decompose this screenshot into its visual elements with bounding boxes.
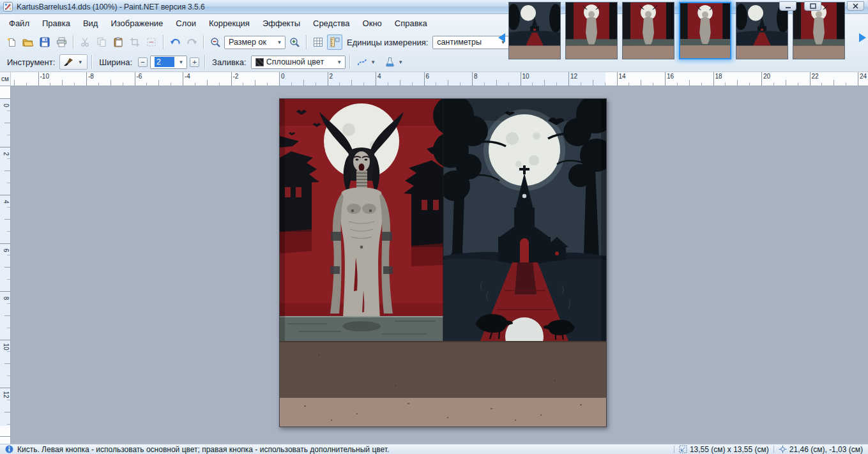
undo-button[interactable] [167, 34, 183, 50]
ruler-tick-label: 14 [619, 73, 626, 80]
thumbnail-artwork [680, 3, 730, 58]
brush-icon [63, 57, 74, 67]
ruler-tick [146, 82, 147, 86]
maximize-button[interactable] [804, 1, 821, 11]
ruler-tick [38, 72, 39, 86]
print-button[interactable] [54, 34, 69, 50]
new-document-button[interactable] [4, 34, 19, 50]
window-title: KartusBarrelus14.dds (100%) - Paint.NET … [17, 3, 205, 11]
toolbar-separator [91, 55, 92, 69]
open-image-2[interactable] [565, 2, 618, 59]
ruler-tick [158, 80, 159, 86]
ruler-tick [472, 72, 473, 86]
zoom-level-combobox[interactable]: Размер ок ▼ [224, 36, 286, 49]
dropdown-arrow-icon: ▼ [275, 40, 284, 45]
dropdown-arrow-icon: ▼ [369, 59, 377, 65]
units-value: сантиметры [437, 38, 496, 47]
scroll-left-button[interactable] [498, 33, 505, 42]
ruler-tick [786, 80, 786, 86]
crop-to-selection-button[interactable] [127, 34, 142, 50]
window-chrome: KartusBarrelus14.dds (100%) - Paint.NET … [0, 0, 868, 72]
antialiasing-button[interactable]: ▼ [354, 54, 381, 70]
tool-label: Инструмент: [7, 57, 55, 67]
minimize-button[interactable] [779, 1, 796, 11]
menu-item-5[interactable]: Слои [169, 15, 202, 31]
ruler-tick [351, 80, 352, 86]
ruler-tick [460, 82, 461, 86]
paste-button[interactable] [110, 34, 126, 50]
ruler-tick [7, 303, 10, 304]
ruler-tick [207, 80, 208, 86]
ruler-tick [821, 82, 822, 86]
toolbar-separator [306, 35, 307, 49]
open-image-1[interactable] [508, 2, 561, 59]
ruler-tick [4, 219, 10, 220]
standard-toolbar: Размер ок ▼ Единицы измерения: сантиметр… [4, 33, 509, 52]
ruler-tick [0, 98, 11, 99]
toolbar-separator [73, 35, 73, 49]
dropdown-arrow-icon: ▼ [335, 59, 344, 65]
width-decrease-button[interactable]: − [138, 57, 148, 67]
close-button[interactable] [847, 1, 864, 11]
status-separator [773, 446, 774, 453]
save-button[interactable] [37, 34, 52, 50]
ruler-tick-label: 16 [667, 73, 674, 80]
canvas-image[interactable] [279, 98, 607, 427]
cut-button[interactable] [77, 34, 93, 50]
fill-style-combobox[interactable]: Сплошной цвет ▼ [251, 56, 346, 69]
flask-icon [385, 57, 395, 67]
menu-item-7[interactable]: Эффекты [256, 15, 307, 31]
units-label: Единицы измерения: [347, 38, 428, 47]
ruler-tick [7, 424, 10, 425]
ruler-tick [484, 82, 485, 86]
ruler-tick [195, 82, 195, 86]
ruler-tick [7, 183, 10, 183]
ruler-tick [773, 82, 774, 86]
menu-item-4[interactable]: Изображение [104, 15, 169, 31]
ruler-tick [653, 82, 653, 86]
menu-item-1[interactable]: Файл [3, 15, 36, 31]
open-file-button[interactable] [20, 34, 36, 50]
dropdown-arrow-icon: ▼ [397, 59, 405, 65]
ruler-tick [713, 72, 714, 86]
ruler-tick [50, 82, 50, 86]
info-icon [5, 445, 13, 453]
deselect-button[interactable] [144, 34, 159, 50]
ruler-tick [436, 82, 436, 86]
blend-mode-button[interactable]: ▼ [382, 54, 408, 70]
open-image-3[interactable] [622, 2, 674, 59]
ruler-tick-label: -2 [233, 73, 239, 80]
grid-toggle-button[interactable] [310, 34, 326, 50]
ruler-tick [26, 82, 27, 86]
menu-item-3[interactable]: Вид [77, 15, 105, 31]
ruler-tick-label: 10 [522, 73, 529, 80]
ruler-tick [448, 80, 448, 86]
copy-button[interactable] [94, 34, 109, 50]
ruler-tick-label: 20 [763, 73, 770, 80]
menu-item-8[interactable]: Средства [307, 15, 356, 31]
menu-item-2[interactable]: Правка [36, 15, 77, 31]
zoom-in-button[interactable] [287, 34, 302, 50]
width-combobox[interactable]: 2 ▼ [150, 56, 187, 69]
menu-item-9[interactable]: Окно [356, 15, 388, 31]
ruler-tick [291, 82, 292, 86]
menu-item-6[interactable]: Коррекция [202, 15, 256, 31]
redo-button[interactable] [184, 34, 199, 50]
ruler-tick-label: 18 [715, 73, 722, 80]
scroll-right-button[interactable] [859, 33, 866, 42]
open-image-4[interactable] [679, 2, 731, 59]
ruler-tick-label: 12 [1, 390, 10, 400]
ruler-tick-label: -6 [137, 73, 142, 80]
ruler-tick [749, 82, 750, 86]
zoom-out-button[interactable] [208, 34, 223, 50]
menu-item-10[interactable]: Справка [388, 15, 434, 31]
ruler-tick [388, 82, 388, 86]
ruler-tick [7, 231, 10, 232]
ruler-tick-label: 0 [281, 73, 285, 80]
ruler-tick [303, 80, 304, 86]
width-increase-button[interactable]: + [190, 57, 199, 67]
active-tool-button[interactable]: ▼ [59, 54, 88, 70]
ruler-tick [761, 72, 762, 86]
ruler-toggle-button[interactable] [327, 34, 342, 50]
cursor-position-icon [779, 445, 787, 453]
